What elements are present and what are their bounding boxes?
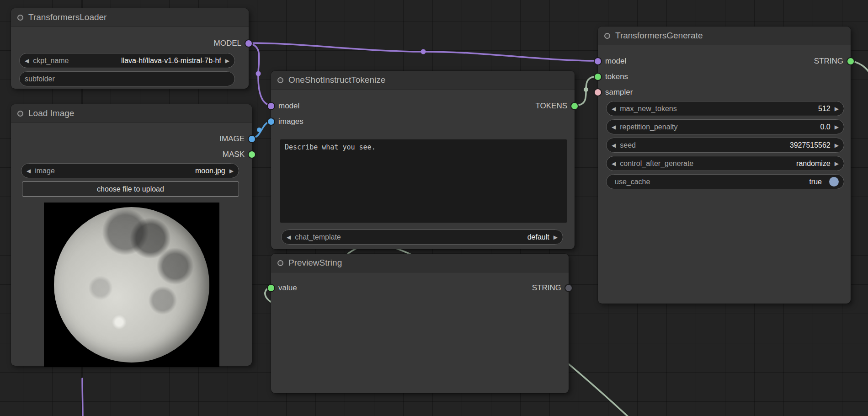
widget-subfolder[interactable]: subfolder	[19, 71, 235, 86]
collapse-dot-icon[interactable]	[17, 111, 23, 117]
node-oneshot-instruct-tokenize[interactable]: OneShotInstructTokenize model TOKENS ima…	[271, 71, 575, 249]
input-label-images: images	[278, 117, 304, 126]
node-title-bar[interactable]: Load Image	[11, 104, 252, 123]
input-port-tokens[interactable]	[595, 74, 601, 80]
arrow-right-icon[interactable]: ▶	[835, 124, 839, 130]
arrow-left-icon[interactable]: ◀	[287, 235, 291, 240]
widget-image[interactable]: ◀ image moon.jpg ▶	[21, 163, 239, 178]
widget-label: image	[35, 167, 55, 175]
node-transformers-generate[interactable]: TransformersGenerate model STRING tokens…	[598, 27, 851, 304]
prompt-textarea[interactable]: Describe what you see.	[280, 139, 567, 223]
image-preview	[44, 203, 219, 367]
choose-file-button[interactable]: choose file to upload	[22, 181, 239, 197]
output-port-tokens[interactable]	[571, 103, 578, 109]
output-label-tokens: TOKENS	[535, 101, 567, 111]
input-label-sampler: sampler	[605, 88, 633, 97]
widget-value: 512	[681, 105, 831, 113]
node-title-bar[interactable]: PreviewString	[271, 254, 569, 272]
link-middle-dot	[257, 128, 261, 132]
widget-value: true	[654, 178, 822, 186]
node-title: TransformersGenerate	[615, 31, 703, 41]
arrow-left-icon[interactable]: ◀	[612, 161, 616, 166]
collapse-dot-icon[interactable]	[604, 33, 610, 39]
arrow-right-icon[interactable]: ▶	[225, 58, 229, 64]
node-title-bar[interactable]: OneShotInstructTokenize	[271, 71, 575, 90]
wire-model-to-generate	[249, 43, 598, 61]
link-middle-dot	[421, 49, 426, 54]
arrow-right-icon[interactable]: ▶	[229, 168, 234, 174]
input-label-tokens: tokens	[605, 72, 628, 81]
arrow-right-icon[interactable]: ▶	[835, 143, 839, 148]
widget-ckpt-name[interactable]: ◀ ckpt_name llava-hf/llava-v1.6-mistral-…	[19, 53, 235, 68]
widget-label: ckpt_name	[33, 57, 69, 65]
widget-value: default	[345, 233, 549, 241]
widget-value: llava-hf/llava-v1.6-mistral-7b-hf	[73, 57, 221, 65]
arrow-left-icon[interactable]: ◀	[27, 168, 31, 174]
arrow-left-icon[interactable]: ◀	[612, 143, 616, 148]
output-port-image[interactable]	[249, 136, 255, 142]
widget-control-after-generate[interactable]: ◀ control_after_generate randomize ▶	[606, 156, 844, 171]
widget-label: subfolder	[25, 75, 55, 83]
input-port-model[interactable]	[595, 58, 601, 64]
use-cache-toggle[interactable]	[829, 177, 839, 187]
input-port-sampler[interactable]	[595, 89, 601, 96]
arrow-right-icon[interactable]: ▶	[554, 235, 558, 240]
output-label-image: IMAGE	[219, 134, 245, 144]
node-load-image[interactable]: Load Image IMAGE MASK ◀ image moon.jpg ▶…	[11, 104, 252, 366]
link-middle-dot	[584, 87, 588, 92]
collapse-dot-icon[interactable]	[277, 260, 283, 266]
input-port-model[interactable]	[268, 103, 274, 109]
node-title-bar[interactable]: TransformersGenerate	[598, 27, 851, 45]
wire-string-offscreen	[851, 61, 868, 80]
widget-max-new-tokens[interactable]: ◀ max_new_tokens 512 ▶	[606, 101, 844, 116]
arrow-right-icon[interactable]: ▶	[835, 106, 839, 112]
output-label-string: STRING	[532, 283, 561, 293]
widget-label: chat_template	[295, 233, 341, 241]
input-label-model: model	[605, 57, 626, 66]
widget-seed[interactable]: ◀ seed 3927515562 ▶	[606, 138, 844, 153]
node-title: Load Image	[28, 108, 74, 118]
widget-label: control_after_generate	[620, 160, 693, 168]
output-port-mask[interactable]	[249, 151, 255, 158]
input-label-value: value	[278, 283, 297, 293]
node-graph-canvas[interactable]: TransformersLoader MODEL ◀ ckpt_name lla…	[0, 0, 868, 416]
widget-label: seed	[620, 141, 636, 149]
widget-repetition-penalty[interactable]: ◀ repetition_penalty 0.0 ▶	[606, 119, 844, 134]
output-label-string: STRING	[814, 57, 843, 66]
widget-chat-template[interactable]: ◀ chat_template default ▶	[281, 229, 563, 245]
node-preview-string[interactable]: PreviewString value STRING	[271, 254, 569, 393]
arrow-left-icon[interactable]: ◀	[612, 106, 616, 112]
output-label-model: MODEL	[214, 39, 241, 48]
arrow-left-icon[interactable]: ◀	[612, 124, 616, 130]
output-label-mask: MASK	[223, 150, 245, 159]
widget-value: 0.0	[682, 123, 831, 131]
link-middle-dot	[256, 71, 261, 76]
node-title: TransformersLoader	[28, 12, 107, 22]
output-port-string[interactable]	[847, 58, 854, 64]
node-transformers-loader[interactable]: TransformersLoader MODEL ◀ ckpt_name lla…	[11, 8, 249, 89]
widget-label: repetition_penalty	[620, 123, 677, 131]
collapse-dot-icon[interactable]	[277, 77, 283, 83]
wire-image-to-tokenize	[252, 121, 271, 139]
input-port-images[interactable]	[268, 118, 274, 125]
output-port-model[interactable]	[245, 40, 252, 47]
widget-value: randomize	[698, 160, 831, 168]
output-port-string[interactable]	[565, 285, 572, 291]
input-label-model: model	[278, 101, 299, 111]
widget-label: use_cache	[615, 178, 650, 186]
input-port-value[interactable]	[268, 285, 274, 291]
node-title: PreviewString	[288, 258, 342, 268]
widget-label: max_new_tokens	[620, 105, 677, 113]
arrow-right-icon[interactable]: ▶	[835, 161, 839, 166]
moon-image	[54, 207, 209, 363]
widget-use-cache[interactable]: use_cache true	[606, 174, 844, 189]
collapse-dot-icon[interactable]	[17, 15, 23, 21]
node-title-bar[interactable]: TransformersLoader	[11, 8, 249, 27]
wire-model-to-tokenize	[249, 43, 271, 106]
arrow-left-icon[interactable]: ◀	[25, 58, 29, 64]
node-title: OneShotInstructTokenize	[288, 75, 385, 85]
widget-value: 3927515562	[640, 141, 831, 149]
widget-value: moon.jpg	[59, 167, 225, 175]
